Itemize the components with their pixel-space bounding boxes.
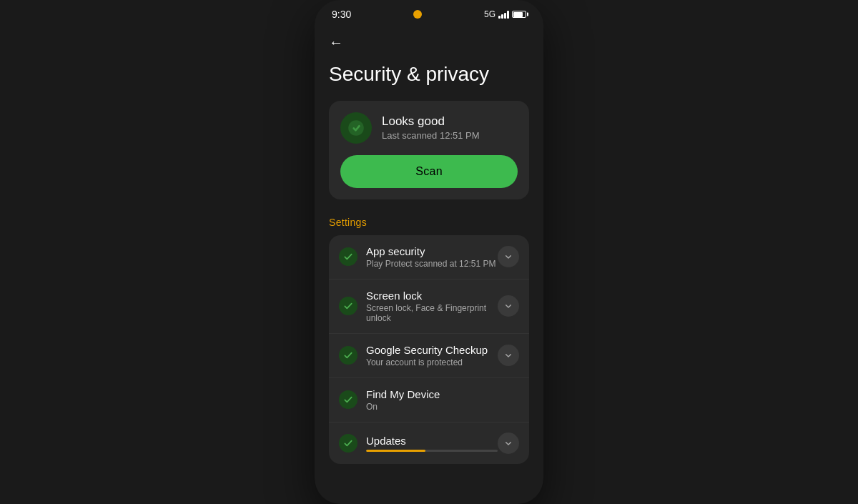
security-status-card: Looks good Last scanned 12:51 PM Scan [329,101,529,199]
scan-button[interactable]: Scan [340,155,518,188]
card-status-row: Looks good Last scanned 12:51 PM [340,112,518,144]
find-my-device-check-icon [339,390,358,409]
settings-item-screen-lock[interactable]: Screen lock Screen lock, Face & Fingerpr… [329,280,529,334]
looks-good-label: Looks good [382,114,480,129]
app-security-subtitle: Play Protect scanned at 12:51 PM [366,259,498,269]
chevron-down-icon [503,251,514,262]
screen-lock-text: Screen lock Screen lock, Face & Fingerpr… [366,290,498,323]
chevron-down-icon [503,438,514,449]
find-my-device-title: Find My Device [366,388,519,400]
screen-lock-subtitle: Screen lock, Face & Fingerprint unlock [366,303,498,323]
updates-title: Updates [366,435,498,447]
network-label: 5G [484,9,495,19]
chevron-down-icon [503,300,514,312]
screen-lock-check-icon [339,297,358,315]
security-checkup-subtitle: Your account is protected [366,357,498,367]
checkmark-icon [347,119,365,137]
security-checkup-check-icon [339,346,358,365]
camera-indicator [413,10,422,19]
updates-chevron[interactable] [498,433,519,454]
screen-lock-chevron[interactable] [498,295,519,317]
updates-text: Updates [366,435,498,452]
updates-check-icon [339,434,358,453]
find-my-device-subtitle: On [366,402,519,412]
settings-list: App security Play Protect scanned at 12:… [329,235,529,464]
settings-item-app-security[interactable]: App security Play Protect scanned at 12:… [329,235,529,280]
app-security-title: App security [366,245,498,257]
app-security-text: App security Play Protect scanned at 12:… [366,245,498,269]
security-checkup-title: Google Security Checkup [366,344,498,356]
card-text-group: Looks good Last scanned 12:51 PM [382,114,480,141]
updates-progress-fill [366,450,425,452]
status-time: 9:30 [332,9,351,20]
status-icons: 5G [484,9,526,19]
security-checkup-text: Google Security Checkup Your account is … [366,344,498,367]
back-button[interactable]: ← [329,26,529,62]
chevron-down-icon [503,350,514,361]
screen-lock-title: Screen lock [366,290,498,302]
status-check-circle [340,112,372,144]
settings-item-updates[interactable]: Updates [329,423,529,464]
security-checkup-chevron[interactable] [498,345,519,366]
battery-icon [512,11,526,18]
phone-frame: 9:30 5G ← Security & privacy [315,0,543,504]
signal-icon [498,10,509,19]
app-security-check-icon [339,247,358,266]
app-security-chevron[interactable] [498,246,519,267]
main-content: ← Security & privacy Looks good Last sca… [315,26,543,464]
settings-item-find-my-device[interactable]: Find My Device On [329,378,529,423]
status-bar: 9:30 5G [315,0,543,26]
page-title: Security & privacy [329,62,529,87]
find-my-device-text: Find My Device On [366,388,519,412]
settings-section-label: Settings [329,217,529,228]
last-scanned-label: Last scanned 12:51 PM [382,130,480,141]
back-arrow-icon: ← [329,34,343,50]
updates-progress-bar [366,450,498,452]
settings-item-security-checkup[interactable]: Google Security Checkup Your account is … [329,334,529,378]
